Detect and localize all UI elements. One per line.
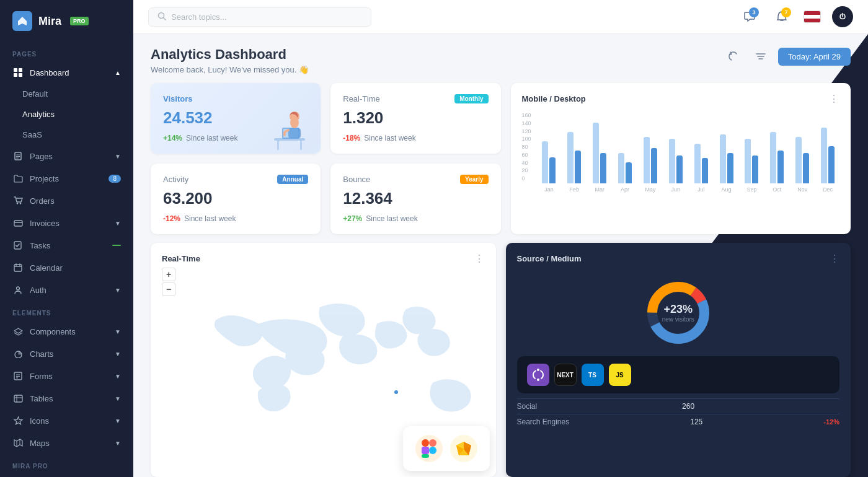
y-axis: 160 140 120 100 80 60 40 20 0	[522, 112, 531, 193]
notifications-button[interactable]: 7	[771, 6, 792, 27]
sidebar-item-maps[interactable]: Maps ▼	[0, 432, 133, 454]
svg-rect-2	[14, 73, 17, 77]
bounce-badge: Yearly	[460, 175, 488, 184]
activity-value: 63.200	[163, 189, 308, 208]
power-button[interactable]	[832, 6, 853, 27]
page-header: Analytics Dashboard Welcome back, Lucy! …	[133, 34, 868, 83]
maps-label: Maps	[30, 439, 50, 448]
sidebar-item-charts[interactable]: Charts ▼	[0, 343, 133, 365]
sidebar-item-projects[interactable]: Projects 8	[0, 167, 133, 190]
svg-marker-28	[14, 439, 22, 447]
search-placeholder: Search topics...	[171, 12, 227, 22]
logo-area[interactable]: Mira PRO	[0, 0, 133, 42]
source-medium-card: Source / Medium ⋮	[506, 243, 851, 477]
svg-point-50	[429, 447, 436, 454]
sidebar-item-icons[interactable]: Icons ▼	[0, 409, 133, 432]
calendar-label: Calendar	[30, 263, 63, 273]
bounce-card: Bounce Yearly 12.364 +27% Since last wee…	[330, 164, 500, 234]
activity-card: Activity Annual 63.200 -12% Since last w…	[151, 164, 321, 234]
bounce-since: Since last week	[366, 214, 417, 223]
activity-label: Activity	[163, 175, 188, 184]
language-flag[interactable]	[804, 11, 821, 23]
analytics-label: Analytics	[22, 110, 55, 119]
sidebar-item-forms[interactable]: Forms ▼	[0, 365, 133, 387]
mobile-desktop-title: Mobile / Desktop	[522, 94, 586, 103]
app-name: Mira	[38, 15, 61, 28]
realtime-map-title: Real-Time	[162, 254, 200, 263]
default-label: Default	[22, 89, 48, 98]
refresh-button[interactable]	[724, 46, 743, 66]
svg-rect-47	[429, 439, 436, 447]
realtime-label: Real-Time	[343, 94, 379, 103]
svg-point-9	[19, 203, 20, 204]
product-logos-overlay	[403, 426, 490, 471]
user-icon	[12, 284, 24, 295]
mobile-desktop-card: Mobile / Desktop ⋮ 160 140 120 100 80 60…	[511, 83, 851, 234]
realtime-map-menu[interactable]: ⋮	[474, 253, 485, 265]
activity-since: Since last week	[184, 214, 236, 223]
visitors-change: +14%	[163, 134, 182, 142]
typescript-logo: TS	[582, 364, 604, 386]
star-icon	[12, 415, 24, 426]
icons-label: Icons	[30, 416, 49, 426]
filter-button[interactable]	[751, 46, 771, 66]
sidebar-item-orders[interactable]: Orders	[0, 190, 133, 212]
sidebar-item-tasks[interactable]: Tasks	[0, 234, 133, 256]
social-label: Social	[517, 402, 538, 411]
charts-label: Charts	[30, 349, 53, 359]
svg-rect-40	[300, 141, 302, 150]
sidebar-item-components[interactable]: Components ▼	[0, 320, 133, 343]
page-title-area: Analytics Dashboard Welcome back, Lucy! …	[151, 46, 309, 74]
projects-label: Projects	[30, 174, 59, 183]
zoom-in-button[interactable]: +	[162, 268, 175, 281]
form-icon	[12, 370, 24, 382]
cart-icon	[12, 195, 24, 206]
bounce-value: 12.364	[343, 189, 488, 208]
tasks-badge	[112, 245, 121, 246]
orders-label: Orders	[30, 196, 55, 206]
messages-badge: 3	[749, 7, 759, 17]
sidebar-item-invoices[interactable]: Invoices ▼	[0, 212, 133, 234]
saas-label: SaaS	[22, 130, 42, 139]
svg-point-8	[16, 203, 17, 204]
bar-dec: Dec	[816, 128, 839, 193]
nextjs-logo: NEXT	[554, 364, 577, 386]
pages-section-label: PAGES	[0, 42, 133, 61]
bar-jan: Jan	[538, 141, 561, 193]
today-button[interactable]: Today: April 29	[778, 48, 851, 66]
components-label: Components	[30, 327, 76, 336]
messages-button[interactable]: 3	[739, 6, 760, 27]
sidebar-item-analytics[interactable]: Analytics	[0, 104, 133, 125]
svg-point-62	[537, 379, 539, 381]
svg-point-17	[17, 287, 20, 290]
svg-rect-0	[14, 68, 17, 72]
mobile-desktop-menu[interactable]: ⋮	[829, 93, 839, 105]
donut-percentage: +23%	[662, 303, 694, 316]
sidebar-item-calendar[interactable]: Calendar	[0, 256, 133, 279]
sidebar-item-default[interactable]: Default	[0, 84, 133, 104]
sidebar-item-tables[interactable]: Tables ▼	[0, 387, 133, 409]
content-wrapper: Analytics Dashboard Welcome back, Lucy! …	[133, 34, 868, 477]
svg-rect-10	[14, 221, 22, 226]
page-subtitle: Welcome back, Lucy! We've missed you. 👋	[151, 65, 309, 74]
sidebar-item-auth[interactable]: Auth ▼	[0, 279, 133, 301]
zoom-out-button[interactable]: −	[162, 282, 175, 296]
tech-stack-overlay: NEXT TS JS	[517, 356, 840, 393]
svg-point-61	[537, 369, 539, 371]
svg-rect-44	[288, 128, 301, 138]
tasks-label: Tasks	[30, 241, 50, 250]
sidebar-item-pages[interactable]: Pages ▼	[0, 145, 133, 167]
svg-rect-24	[14, 395, 22, 402]
auth-label: Auth	[30, 286, 46, 295]
realtime-stat-card: Real-Time Monthly 1.320 -18% Since last …	[330, 83, 500, 154]
sidebar-item-saas[interactable]: SaaS	[0, 125, 133, 145]
page-area: Analytics Dashboard Welcome back, Lucy! …	[133, 34, 868, 477]
search-bar[interactable]: Search topics...	[148, 7, 371, 27]
sidebar-item-dashboard[interactable]: Dashboard ▲	[0, 61, 133, 84]
maps-chevron: ▼	[115, 440, 121, 447]
page-header-actions: Today: April 29	[724, 46, 851, 66]
logo-icon	[12, 11, 32, 31]
bar-may: May	[639, 137, 662, 193]
source-medium-menu[interactable]: ⋮	[830, 253, 839, 265]
realtime-value: 1.320	[343, 108, 488, 128]
